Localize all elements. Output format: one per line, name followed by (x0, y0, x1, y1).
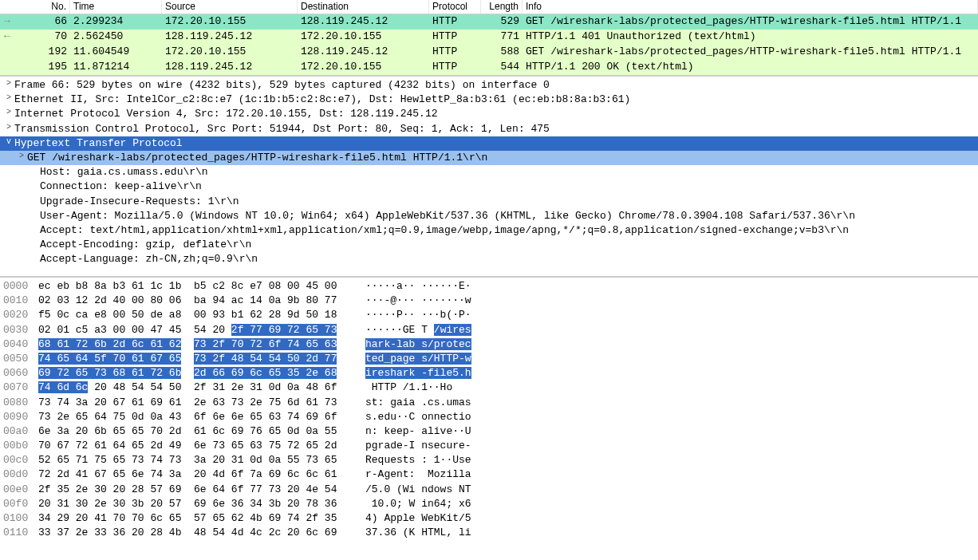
hex-offset: 0040 (3, 337, 38, 352)
packet-row[interactable]: ←702.562450128.119.245.12172.20.10.155HT… (0, 30, 978, 45)
hex-ascii: 4) Apple WebKit/5 (365, 511, 471, 526)
tree-toggle-icon[interactable]: > (3, 122, 14, 133)
hex-row[interactable]: 0030 02 01 c5 a3 00 00 47 45 54 20 2f 77… (0, 323, 978, 337)
hex-ascii: n: keep- alive··U (365, 424, 471, 439)
hex-ascii: Requests : 1··Use (365, 453, 471, 467)
tree-toggle-icon[interactable]: > (3, 78, 14, 89)
hex-row[interactable]: 0020 f5 0c ca e8 00 50 de a8 00 93 b1 62… (0, 308, 978, 322)
col-header-source[interactable]: Source (162, 0, 298, 14)
hex-row[interactable]: 00e0 2f 35 2e 30 20 28 57 69 6e 64 6f 77… (0, 483, 978, 497)
hex-ascii: hark-lab s/protec (365, 337, 471, 352)
cell-protocol: HTTP (429, 30, 481, 44)
hex-row[interactable]: 0090 73 2e 65 64 75 0d 0a 43 6f 6e 6e 65… (0, 410, 978, 424)
detail-text: Connection: keep-alive\r\n (40, 179, 202, 194)
hex-offset: 0050 (3, 352, 38, 366)
packet-row[interactable]: 19211.604549172.20.10.155128.119.245.12H… (0, 45, 978, 60)
hex-bytes: 74 6d 6c 20 48 54 54 50 2f 31 2e 31 0d 0… (38, 381, 365, 395)
detail-tree-item[interactable]: Accept-Encoding: gzip, deflate\r\n (0, 238, 978, 252)
hex-offset: 00c0 (3, 453, 38, 467)
hex-bytes: 69 72 65 73 68 61 72 6b 2d 66 69 6c 65 3… (38, 366, 365, 381)
hex-row[interactable]: 0010 02 03 12 2d 40 00 80 06 ba 94 ac 14… (0, 294, 978, 308)
hex-bytes: 34 29 20 41 70 70 6c 65 57 65 62 4b 69 7… (38, 511, 365, 526)
col-header-destination[interactable]: Destination (298, 0, 429, 14)
hex-row[interactable]: 00a0 6e 3a 20 6b 65 65 70 2d 61 6c 69 76… (0, 424, 978, 439)
hex-row[interactable]: 0050 74 65 64 5f 70 61 67 65 73 2f 48 54… (0, 352, 978, 366)
cell-info: HTTP/1.1 401 Unauthorized (text/html) (523, 30, 978, 44)
hex-bytes: 70 67 72 61 64 65 2d 49 6e 73 65 63 75 7… (38, 439, 365, 453)
tree-toggle-icon (29, 195, 40, 206)
detail-tree-item[interactable]: >GET /wireshark-labs/protected_pages/HTT… (0, 151, 978, 165)
detail-tree-item[interactable]: >Frame 66: 529 bytes on wire (4232 bits)… (0, 78, 978, 93)
hex-offset: 0110 (3, 526, 38, 540)
tree-toggle-icon[interactable]: > (3, 93, 14, 104)
packet-bytes-pane[interactable]: 0000 ec eb b8 8a b3 61 1c 1b b5 c2 8c e7… (0, 277, 978, 560)
detail-text: Internet Protocol Version 4, Src: 172.20… (14, 107, 438, 121)
hex-ascii: /5.0 (Wi ndows NT (365, 483, 471, 497)
detail-tree-item[interactable]: Accept: text/html,application/xhtml+xml,… (0, 223, 978, 238)
col-header-protocol[interactable]: Protocol (429, 0, 481, 14)
hex-ascii: 37.36 (K HTML, li (365, 526, 471, 540)
hex-row[interactable]: 00b0 70 67 72 61 64 65 2d 49 6e 73 65 63… (0, 439, 978, 453)
detail-tree-item[interactable]: Accept-Language: zh-CN,zh;q=0.9\r\n (0, 252, 978, 266)
detail-tree-item[interactable]: Host: gaia.cs.umass.edu\r\n (0, 165, 978, 179)
tree-toggle-icon[interactable]: > (3, 107, 14, 118)
detail-text: Upgrade-Insecure-Requests: 1\r\n (40, 195, 239, 209)
detail-tree-item[interactable]: Connection: keep-alive\r\n (0, 179, 978, 194)
cell-protocol: HTTP (429, 60, 481, 74)
hex-row[interactable]: 0040 68 61 72 6b 2d 6c 61 62 73 2f 70 72… (0, 337, 978, 352)
hex-ascii: ·····P·· ···b(·P· (365, 308, 471, 322)
hex-offset: 0010 (3, 294, 38, 308)
hex-row[interactable]: 0060 69 72 65 73 68 61 72 6b 2d 66 69 6c… (0, 366, 978, 381)
cell-info: GET /wireshark-labs/protected_pages/HTTP… (523, 45, 978, 59)
cell-time: 11.871214 (70, 60, 162, 74)
hex-bytes: 73 74 3a 20 67 61 69 61 2e 63 73 2e 75 6… (38, 396, 365, 410)
detail-tree-item[interactable]: >Ethernet II, Src: IntelCor_c2:8c:e7 (1c… (0, 93, 978, 107)
cell-destination: 128.119.245.12 (298, 45, 429, 59)
detail-tree-item[interactable]: User-Agent: Mozilla/5.0 (Windows NT 10.0… (0, 209, 978, 223)
col-header-length[interactable]: Length (481, 0, 523, 14)
hex-ascii: ireshark -file5.h (365, 366, 471, 381)
packet-row[interactable]: 19511.871214128.119.245.12172.20.10.155H… (0, 60, 978, 75)
detail-tree-item[interactable]: >Internet Protocol Version 4, Src: 172.2… (0, 107, 978, 121)
hex-row[interactable]: 0080 73 74 3a 20 67 61 69 61 2e 63 73 2e… (0, 396, 978, 410)
hex-row[interactable]: 0070 74 6d 6c 20 48 54 54 50 2f 31 2e 31… (0, 381, 978, 395)
hex-row[interactable]: 00d0 72 2d 41 67 65 6e 74 3a 20 4d 6f 7a… (0, 467, 978, 482)
hex-bytes: ec eb b8 8a b3 61 1c 1b b5 c2 8c e7 08 0… (38, 279, 365, 294)
cell-destination: 172.20.10.155 (298, 60, 429, 74)
hex-row[interactable]: 0000 ec eb b8 8a b3 61 1c 1b b5 c2 8c e7… (0, 279, 978, 294)
detail-tree-item[interactable]: Upgrade-Insecure-Requests: 1\r\n (0, 195, 978, 209)
col-header-time[interactable]: Time (70, 0, 162, 14)
packet-details-pane[interactable]: >Frame 66: 529 bytes on wire (4232 bits)… (0, 76, 978, 277)
cell-source: 172.20.10.155 (162, 14, 298, 29)
hex-row[interactable]: 00f0 20 31 30 2e 30 3b 20 57 69 6e 36 34… (0, 497, 978, 511)
hex-offset: 00d0 (3, 467, 38, 482)
tree-toggle-icon (29, 238, 40, 249)
hex-row[interactable]: 0110 33 37 2e 33 36 20 28 4b 48 54 4d 4c… (0, 526, 978, 540)
packet-list-pane[interactable]: No. Time Source Destination Protocol Len… (0, 0, 978, 76)
cell-info: HTTP/1.1 200 OK (text/html) (523, 60, 978, 74)
hex-ascii: ted_page s/HTTP-w (365, 352, 471, 366)
hex-ascii: st: gaia .cs.umas (365, 396, 471, 410)
detail-text: GET /wireshark-labs/protected_pages/HTTP… (27, 151, 487, 165)
cell-no: 192 (14, 45, 70, 59)
cell-no: 195 (14, 60, 70, 74)
hex-offset: 0000 (3, 279, 38, 294)
col-header-info[interactable]: Info (523, 0, 978, 14)
tree-toggle-icon[interactable]: v (3, 136, 14, 148)
packet-list-header: No. Time Source Destination Protocol Len… (0, 0, 978, 14)
packet-list-body[interactable]: →662.299234172.20.10.155128.119.245.12HT… (0, 14, 978, 75)
hex-row[interactable]: 0100 34 29 20 41 70 70 6c 65 57 65 62 4b… (0, 511, 978, 526)
detail-text: Transmission Control Protocol, Src Port:… (14, 122, 550, 136)
cell-no: 66 (14, 14, 70, 29)
cell-length: 771 (481, 30, 523, 44)
detail-tree-item[interactable]: vHypertext Transfer Protocol (0, 136, 978, 151)
hex-ascii: 10.0; W in64; x6 (365, 497, 471, 511)
hex-ascii: pgrade-I nsecure- (365, 439, 471, 453)
col-header-no[interactable]: No. (14, 0, 70, 14)
detail-text: User-Agent: Mozilla/5.0 (Windows NT 10.0… (40, 209, 855, 223)
hex-row[interactable]: 00c0 52 65 71 75 65 73 74 73 3a 20 31 0d… (0, 453, 978, 467)
packet-row[interactable]: →662.299234172.20.10.155128.119.245.12HT… (0, 14, 978, 30)
tree-toggle-icon[interactable]: > (16, 151, 27, 162)
detail-tree-item[interactable]: >Transmission Control Protocol, Src Port… (0, 122, 978, 136)
hex-ascii: ···-@··· ·······w (365, 294, 471, 308)
